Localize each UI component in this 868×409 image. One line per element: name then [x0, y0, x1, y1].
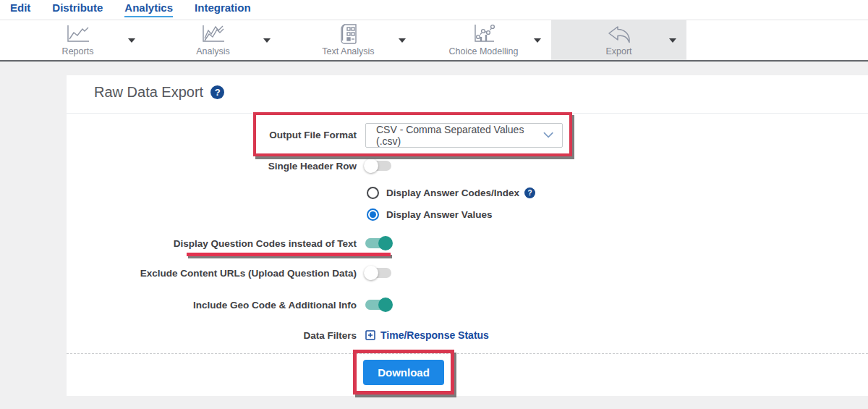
raw-data-export-panel: Raw Data Export ? Output File Format CSV… — [67, 75, 868, 396]
annotation-underline-question-codes — [187, 253, 391, 256]
chevron-down-icon — [543, 132, 553, 138]
toolbar-label: Text Analysis — [322, 46, 374, 56]
chevron-down-icon[interactable] — [399, 38, 406, 43]
toolbar-item-reports[interactable]: Reports — [10, 20, 145, 60]
help-icon[interactable]: ? — [524, 187, 535, 198]
toolbar-item-text-analysis[interactable]: Text Analysis — [281, 20, 416, 60]
toolbar-label: Analysis — [196, 46, 230, 56]
toggle-knob — [378, 298, 393, 312]
help-icon[interactable]: ? — [210, 85, 224, 99]
question-codes-label: Display Question Codes instead of Text — [67, 238, 357, 249]
output-format-select[interactable]: CSV - Comma Separated Values (.csv) — [365, 123, 563, 148]
geo-code-label: Include Geo Code & Additional Info — [67, 300, 357, 311]
export-arrow-icon — [607, 24, 631, 44]
chevron-down-icon[interactable] — [669, 38, 676, 43]
output-format-label: Output File Format — [67, 130, 357, 140]
answer-codes-radio-row[interactable]: Display Answer Codes/Index ? — [367, 185, 535, 200]
toolbar-label: Choice Modelling — [449, 46, 519, 56]
time-response-status-link[interactable]: Time/Response Status — [365, 329, 489, 341]
toolbar-label: Export — [605, 46, 631, 56]
output-format-value: CSV - Comma Separated Values (.csv) — [376, 124, 543, 147]
download-button[interactable]: Download — [363, 360, 444, 385]
analysis-multi-line-chart-icon — [200, 24, 226, 44]
geo-code-toggle[interactable] — [365, 300, 391, 310]
answer-values-radio-row[interactable]: Display Answer Values — [367, 207, 493, 222]
data-filters-row: Data Filters Time/Response Status — [67, 327, 868, 343]
top-navigation: Edit Distribute Analytics Integration — [0, 0, 868, 20]
toolbar-item-analysis[interactable]: Analysis — [145, 20, 281, 60]
output-format-row: Output File Format CSV - Comma Separated… — [67, 114, 868, 156]
toggle-knob — [378, 236, 393, 250]
chevron-down-icon[interactable] — [128, 38, 135, 43]
nav-item-edit[interactable]: Edit — [10, 1, 30, 17]
toolbar-label: Reports — [62, 46, 94, 56]
analytics-toolbar: Reports Analysis Text — [0, 20, 868, 62]
main-area: Raw Data Export ? Output File Format CSV… — [0, 63, 868, 409]
toolbar-item-choice-modelling[interactable]: Choice Modelling — [416, 20, 551, 60]
question-codes-toggle[interactable] — [365, 238, 391, 248]
answer-codes-radio[interactable] — [367, 187, 379, 199]
time-response-status-text: Time/Response Status — [380, 329, 489, 341]
text-analysis-document-icon — [339, 24, 358, 44]
chevron-down-icon[interactable] — [534, 38, 541, 43]
choice-modelling-dot-chart-icon — [472, 24, 496, 44]
nav-item-distribute[interactable]: Distribute — [52, 1, 103, 17]
geo-code-row: Include Geo Code & Additional Info — [67, 297, 868, 313]
toolbar-item-export[interactable]: Export — [551, 20, 686, 60]
question-codes-row: Display Question Codes instead of Text — [67, 235, 868, 251]
toggle-knob — [364, 266, 378, 280]
nav-item-integration[interactable]: Integration — [195, 1, 251, 17]
plus-square-icon — [365, 330, 375, 340]
page-title: Raw Data Export — [94, 84, 203, 101]
footer-dashed-divider — [67, 353, 868, 354]
exclude-urls-toggle[interactable] — [365, 268, 391, 278]
single-header-toggle[interactable] — [365, 161, 391, 171]
nav-item-analytics[interactable]: Analytics — [124, 1, 173, 17]
toggle-knob — [364, 159, 378, 173]
answer-values-radio[interactable] — [367, 208, 379, 221]
exclude-urls-row: Exclude Content URLs (Upload Question Da… — [67, 265, 868, 281]
data-filters-label: Data Filters — [67, 330, 357, 341]
page-title-row: Raw Data Export ? — [94, 84, 224, 101]
reports-line-chart-icon — [65, 24, 91, 44]
exclude-urls-label: Exclude Content URLs (Upload Question Da… — [67, 268, 357, 279]
chevron-down-icon[interactable] — [263, 38, 271, 43]
single-header-label: Single Header Row — [67, 161, 357, 172]
answer-codes-radio-label: Display Answer Codes/Index — [386, 187, 519, 198]
answer-values-radio-label: Display Answer Values — [386, 209, 493, 220]
single-header-row: Single Header Row — [67, 156, 868, 175]
